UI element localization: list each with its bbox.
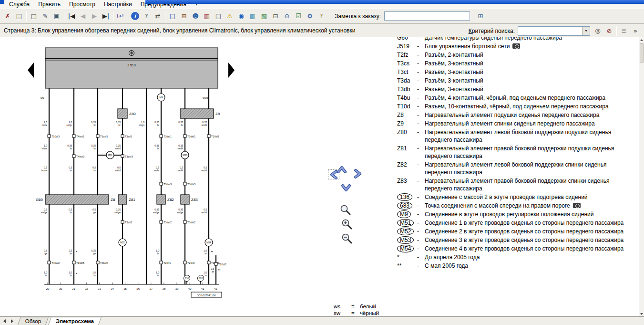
legend-dash: - — [417, 262, 425, 270]
worklist-icon[interactable]: ▤ — [213, 10, 224, 21]
svg-text:br: br — [212, 270, 215, 273]
legend-row: Z80-Нагревательный элемент левой боковой… — [397, 128, 635, 144]
jump-end-icon[interactable]: » — [630, 25, 641, 36]
menu-settings[interactable]: Настройки — [100, 0, 136, 8]
search-combobox[interactable]: ▼ — [518, 26, 590, 36]
menu-view[interactable]: Просмотр — [65, 0, 100, 8]
svg-text:M9: M9 — [160, 96, 163, 99]
next-page-arrow[interactable] — [228, 63, 235, 78]
scroll-up-icon[interactable] — [639, 37, 644, 42]
warning-icon[interactable]: ⚠ — [225, 10, 235, 21]
compare-icon[interactable]: ⇄ — [153, 10, 163, 21]
settings-gear-icon[interactable]: ⚙ — [305, 10, 315, 21]
tab-wiring-diagram[interactable]: Электросхема — [48, 317, 102, 325]
legend-row: Z9-Нагревательный элемент спинки сиденья… — [397, 120, 635, 127]
scrollbar-thumb[interactable] — [640, 43, 644, 63]
svg-text:39: 39 — [175, 287, 179, 290]
last-page-icon[interactable]: ▶| — [101, 10, 111, 21]
camera-icon[interactable] — [512, 43, 520, 49]
zoom-out-button[interactable] — [341, 233, 353, 245]
vehicle-search-icon[interactable]: ⊙ — [282, 10, 292, 21]
customer-icon[interactable]: ☻ — [190, 10, 201, 21]
svg-text:37: 37 — [149, 287, 153, 290]
transfer-icon[interactable]: t↵ — [115, 10, 126, 21]
legend-code: T3da — [397, 77, 417, 84]
legend-row: M54-Соединение 4 в жгуте проводов сидень… — [397, 245, 635, 252]
svg-text:ws/bl: ws/bl — [202, 169, 207, 172]
service-docs-icon[interactable]: ▧ — [259, 10, 269, 21]
toolbar-separator — [165, 11, 165, 21]
menu-service[interactable]: Служба — [5, 0, 34, 8]
svg-text:42: 42 — [214, 287, 217, 290]
help-icon[interactable]: ? — [141, 10, 152, 21]
search-cancel-icon[interactable]: ⊘ — [604, 25, 614, 36]
hotline-icon[interactable]: ? — [316, 10, 327, 21]
svg-text:T3da/2: T3da/2 — [164, 221, 172, 224]
svg-text:34: 34 — [111, 287, 114, 290]
info-icon[interactable]: i — [131, 12, 139, 20]
legend-code: M53 — [397, 236, 417, 244]
legend-row: M52-Соединение 2 в жгуте проводов сидень… — [397, 228, 635, 235]
first-page-icon[interactable]: |◀ — [66, 10, 77, 21]
order-note-input[interactable] — [384, 11, 470, 21]
documents-icon[interactable]: ▤ — [167, 10, 178, 21]
legend-dash: - — [417, 161, 425, 176]
vehicle-icon[interactable]: ⊟ — [270, 10, 281, 21]
camera-icon[interactable] — [573, 203, 581, 208]
legend-dash: - — [417, 37, 425, 42]
save-icon[interactable]: ▦ — [247, 10, 258, 21]
legend-dash: - — [417, 177, 425, 192]
legend-row: M9-Соединение в жгуте проводов регулиров… — [397, 210, 635, 218]
svg-text:ws/bl: ws/bl — [202, 96, 209, 99]
zoom-area-button[interactable] — [340, 204, 352, 216]
color-equals: = — [351, 304, 360, 310]
svg-text:T10d/2: T10d/2 — [218, 263, 226, 266]
tab-scroll-left-icon[interactable] — [1, 318, 8, 324]
vertical-scrollbar[interactable] — [639, 37, 644, 316]
legend-text: Соединение 2 в жгуте проводов сиденья со… — [425, 228, 635, 235]
checklist-icon[interactable]: ☑ — [293, 10, 304, 21]
color-abbr: ws — [334, 304, 351, 310]
hitlist-icon[interactable]: ≡ — [619, 25, 629, 36]
legend-row: Z82-Нагревательный элемент левой боковой… — [397, 161, 635, 176]
legend-text: Соединение 4 в жгуте проводов сиденья со… — [425, 245, 635, 252]
tab-overview[interactable]: Обзор — [18, 317, 49, 325]
zoom-in-button[interactable] — [341, 219, 353, 231]
online-icon[interactable]: ◉ — [236, 10, 246, 21]
svg-text:ws/bl: ws/bl — [202, 124, 207, 126]
prev-page-arrow[interactable] — [28, 63, 34, 78]
search-label: Критерий поиска: — [469, 28, 515, 34]
menu-edit[interactable]: Править — [34, 0, 65, 8]
repair-manuals-icon[interactable]: ▥ — [202, 10, 212, 21]
svg-text:br: br — [70, 274, 72, 277]
tab-scroll-right-icon[interactable] — [9, 318, 15, 324]
scroll-down-icon[interactable] — [639, 311, 644, 316]
pan-down-button[interactable] — [340, 183, 352, 193]
order-window-icon[interactable]: ⊞ — [475, 10, 486, 21]
pan-right-button[interactable] — [352, 168, 364, 178]
svg-text:br: br — [157, 124, 160, 126]
legend-row: Z81-Нагревательный элемент правой боково… — [397, 145, 635, 160]
pan-left-button[interactable] — [328, 169, 339, 179]
parts-catalog-icon[interactable]: ⊞ — [179, 10, 189, 21]
combo-dropdown-icon[interactable]: ▼ — [582, 27, 590, 35]
color-name: чёрный — [360, 310, 379, 317]
search-continue-icon[interactable]: ◎ — [593, 25, 603, 36]
edit-document-icon[interactable]: ✎ — [40, 10, 51, 21]
legend-dash: - — [417, 210, 425, 218]
svg-text:M31: M31 — [108, 154, 112, 157]
end-module-icon[interactable]: ✗ — [2, 10, 13, 21]
legend-text: Соединение 1 в жгуте проводов сиденья со… — [425, 219, 635, 227]
search-input[interactable] — [518, 27, 582, 35]
copy-icon[interactable]: ▣ — [51, 10, 62, 21]
svg-text:ro/gn: ro/gn — [139, 124, 145, 126]
print-icon[interactable]: ▤ — [14, 10, 24, 21]
new-document-icon[interactable]: □ — [29, 10, 39, 21]
svg-text:T3db/2: T3db/2 — [187, 221, 195, 224]
svg-text:T3da/1: T3da/1 — [164, 135, 172, 138]
svg-text:bl/re: bl/re — [42, 124, 47, 126]
svg-text:36: 36 — [136, 287, 140, 290]
legend-code: ** — [397, 262, 417, 270]
svg-text:29: 29 — [46, 287, 50, 290]
legend-code: T4bu — [397, 94, 417, 102]
